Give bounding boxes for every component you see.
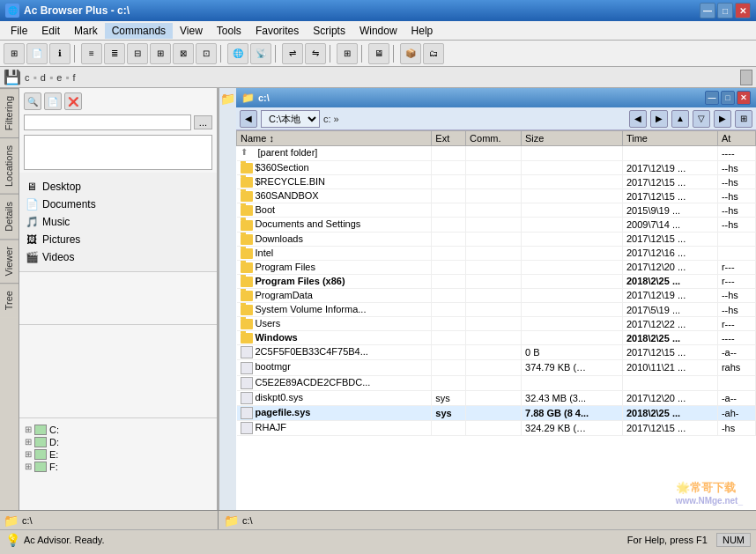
- nav-next-btn[interactable]: ▶: [650, 110, 668, 128]
- bottom-left-path: c:\: [22, 515, 33, 526]
- tb-btn-13[interactable]: ⇋: [305, 43, 326, 64]
- tb-btn-11[interactable]: 📡: [250, 43, 271, 64]
- bottom-bars: 📁 c:\ 📁 c:\: [0, 510, 756, 529]
- expand-icon-c: ⊞: [25, 425, 32, 434]
- drive-d[interactable]: d: [41, 72, 46, 83]
- tb-btn-5[interactable]: ≣: [104, 43, 125, 64]
- table-row[interactable]: 360SANDBOX 2017\12\15 ...--hs: [237, 189, 756, 203]
- tree-item-d[interactable]: ⊞ D:: [25, 436, 211, 448]
- inner-maximize[interactable]: □: [721, 91, 735, 105]
- table-row[interactable]: C5E2E89ACDE2CFBDC...: [237, 375, 756, 390]
- location-videos[interactable]: 🎬 Videos: [25, 248, 211, 266]
- filter-icon-clear[interactable]: ❌: [64, 92, 82, 110]
- table-row[interactable]: pagefile.sys sys 7.88 GB (8 4... 2018\2\…: [237, 405, 756, 420]
- maximize-button[interactable]: □: [717, 3, 733, 18]
- nav-grid-btn[interactable]: ⊞: [735, 110, 752, 128]
- table-row[interactable]: System Volume Informa... 2017\5\19 ...--…: [237, 303, 756, 317]
- menu-help[interactable]: Help: [404, 23, 441, 39]
- sidebar-tabs: Filtering Locations Details Viewer Tree: [0, 88, 19, 510]
- tb-btn-6[interactable]: ⊟: [127, 43, 148, 64]
- table-row[interactable]: bootmgr 374.79 KB (… 2010\11\21 ...rahs: [237, 360, 756, 375]
- tb-btn-16[interactable]: 📦: [400, 43, 421, 64]
- menu-view[interactable]: View: [173, 23, 210, 39]
- col-size[interactable]: Size: [522, 131, 623, 146]
- path-select[interactable]: C:\本地: [261, 110, 320, 128]
- file-table: Name ↕ Ext Comm. Size Time At ⬆ [parent …: [236, 130, 756, 436]
- menu-commands[interactable]: Commands: [105, 23, 173, 39]
- location-music[interactable]: 🎵 Music: [25, 213, 211, 231]
- col-comm[interactable]: Comm.: [466, 131, 522, 146]
- file-icon: [241, 346, 253, 358]
- table-row[interactable]: Downloads 2017\12\15 ...: [237, 232, 756, 246]
- tree-item-e[interactable]: ⊞ E:: [25, 448, 211, 461]
- tb-btn-14[interactable]: ⊞: [337, 43, 358, 64]
- table-row[interactable]: Users 2017\12\22 ...r---: [237, 317, 756, 331]
- menu-window[interactable]: Window: [352, 23, 404, 39]
- drive-c[interactable]: c: [25, 72, 30, 83]
- col-name[interactable]: Name ↕: [237, 131, 432, 146]
- tb-btn-8[interactable]: ⊠: [173, 43, 194, 64]
- tab-locations[interactable]: Locations: [0, 137, 19, 194]
- filter-icon-file[interactable]: 📄: [44, 92, 62, 110]
- table-row[interactable]: Boot 2015\9\19 ...--hs: [237, 203, 756, 218]
- tb-btn-2[interactable]: 📄: [26, 43, 48, 64]
- nav-back-btn[interactable]: ◀: [240, 110, 257, 128]
- table-row[interactable]: $360Section 2017\12\19 ...--hs: [237, 161, 756, 175]
- table-row[interactable]: Program Files (x86) 2018\2\25 ...r---: [237, 274, 756, 288]
- location-pictures[interactable]: 🖼 Pictures: [25, 231, 211, 248]
- tb-btn-15[interactable]: 🖥: [368, 43, 389, 64]
- table-row[interactable]: Windows 2018\2\25 ...----: [237, 331, 756, 345]
- col-ext[interactable]: Ext: [432, 131, 466, 146]
- tab-viewer[interactable]: Viewer: [0, 239, 19, 283]
- videos-icon: 🎬: [25, 250, 39, 264]
- minimize-button[interactable]: —: [700, 3, 715, 18]
- filter-input[interactable]: [24, 114, 191, 130]
- menu-mark[interactable]: Mark: [67, 23, 105, 39]
- tb-btn-9[interactable]: ⊡: [196, 43, 217, 64]
- col-time[interactable]: Time: [622, 131, 717, 146]
- file-table-container[interactable]: Name ↕ Ext Comm. Size Time At ⬆ [parent …: [236, 130, 756, 510]
- menu-file[interactable]: File: [4, 23, 34, 39]
- tb-btn-7[interactable]: ⊞: [150, 43, 171, 64]
- tree-item-f[interactable]: ⊞ F:: [25, 461, 211, 473]
- location-desktop[interactable]: 🖥 Desktop: [25, 178, 211, 196]
- inner-close[interactable]: ✕: [737, 91, 751, 105]
- inner-minimize[interactable]: —: [705, 91, 719, 105]
- tb-btn-3[interactable]: ℹ: [49, 43, 70, 64]
- tb-btn-10[interactable]: 🌐: [227, 43, 248, 64]
- scroll-indicator: [740, 70, 752, 85]
- location-music-label: Music: [42, 216, 70, 228]
- tab-details[interactable]: Details: [0, 194, 19, 239]
- table-row[interactable]: Intel 2017\12\16 ...: [237, 246, 756, 260]
- tb-btn-4[interactable]: ≡: [81, 43, 102, 64]
- tb-btn-12[interactable]: ⇌: [282, 43, 303, 64]
- nav-right-btn[interactable]: ▶: [714, 110, 731, 128]
- table-row[interactable]: diskpt0.sys sys 32.43 MB (3... 2017\12\2…: [237, 390, 756, 405]
- table-row[interactable]: ProgramData 2017\12\19 ...--hs: [237, 288, 756, 302]
- drive-e[interactable]: e: [56, 72, 62, 83]
- table-row[interactable]: Program Files 2017\12\20 ...r---: [237, 260, 756, 274]
- menu-edit[interactable]: Edit: [34, 23, 67, 39]
- tab-filtering[interactable]: Filtering: [0, 88, 19, 137]
- nav-prev-btn[interactable]: ◀: [629, 110, 647, 128]
- table-row[interactable]: 2C5F5F0EB33C4F75B4... 0 B 2017\12\15 ...…: [237, 345, 756, 360]
- table-row[interactable]: RHAJF 324.29 KB (… 2017\12\15 ...-hs: [237, 420, 756, 435]
- tb-btn-1[interactable]: ⊞: [4, 43, 25, 64]
- tree-item-c[interactable]: ⊞ C:: [25, 424, 211, 436]
- filter-more-button[interactable]: ...: [194, 115, 212, 129]
- table-row[interactable]: Documents and Settings 2009\7\14 ...--hs: [237, 218, 756, 232]
- col-attr[interactable]: At: [717, 131, 755, 146]
- table-row[interactable]: ⬆ [parent folder] ----: [237, 146, 756, 161]
- tb-btn-17[interactable]: 🗂: [423, 43, 444, 64]
- close-button[interactable]: ✕: [735, 3, 751, 18]
- nav-down-btn[interactable]: ▽: [693, 110, 710, 128]
- location-documents[interactable]: 📄 Documents: [25, 196, 211, 213]
- menu-favorites[interactable]: Favorites: [248, 23, 306, 39]
- filter-icon-search[interactable]: 🔍: [24, 92, 41, 110]
- table-row[interactable]: $RECYCLE.BIN 2017\12\15 ...--hs: [237, 175, 756, 189]
- drive-f[interactable]: f: [73, 72, 76, 83]
- menu-tools[interactable]: Tools: [210, 23, 248, 39]
- nav-up-btn[interactable]: ▲: [671, 110, 689, 128]
- menu-scripts[interactable]: Scripts: [306, 23, 352, 39]
- tab-tree[interactable]: Tree: [0, 283, 19, 317]
